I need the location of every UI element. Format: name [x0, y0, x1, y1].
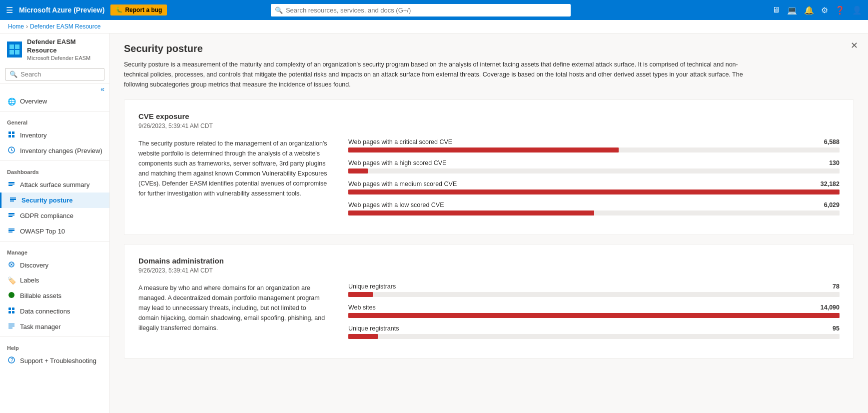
- metric-label: Web pages with a critical scored CVE: [348, 138, 452, 146]
- svg-rect-18: [8, 228, 14, 230]
- svg-rect-7: [12, 135, 14, 138]
- sidebar-item-task-manager[interactable]: Task manager: [0, 319, 109, 334]
- sidebar-item-inventory-changes[interactable]: Inventory changes (Preview): [0, 143, 109, 158]
- svg-rect-15: [8, 213, 14, 214]
- help-icon[interactable]: ❓: [835, 6, 845, 15]
- sidebar-item-discovery[interactable]: Discovery: [0, 258, 109, 273]
- report-bug-button[interactable]: 🐛 Report a bug: [110, 4, 167, 16]
- metric-bar-bg: [348, 313, 840, 318]
- metric-bar-fill: [348, 190, 840, 194]
- main-content: ✕ Security posture Security posture is a…: [110, 31, 868, 413]
- metric-value: 6,029: [824, 202, 840, 208]
- metric-row-1[interactable]: Web pages with a high scored CVE 130: [348, 160, 840, 174]
- cve-exposure-metrics: Web pages with a critical scored CVE 6,5…: [348, 138, 840, 222]
- metric-row-1[interactable]: Web sites 14,090: [348, 304, 840, 318]
- svg-rect-19: [8, 230, 14, 231]
- sidebar-search-icon: 🔍: [9, 70, 17, 78]
- page-description: Security posture is a measurement of the…: [124, 60, 749, 90]
- support-icon: ?: [7, 356, 16, 365]
- metric-value: 95: [833, 325, 840, 332]
- sidebar-section-manage: Manage: [0, 244, 109, 258]
- sidebar-item-inventory[interactable]: Inventory: [0, 128, 109, 143]
- metric-bar-bg: [348, 190, 840, 194]
- metric-bar-bg: [348, 148, 840, 152]
- svg-rect-9: [8, 182, 14, 183]
- sidebar-item-security-posture[interactable]: Security posture: [0, 192, 109, 208]
- metric-row-3[interactable]: Web pages with a low scored CVE 6,029: [348, 202, 840, 216]
- topbar-brand: Microsoft Azure (Preview): [19, 6, 104, 14]
- domains-admin-body: A measure by who and where domains for a…: [138, 283, 840, 346]
- close-button[interactable]: ✕: [851, 40, 858, 51]
- sidebar-item-owasp[interactable]: OWASP Top 10: [0, 224, 109, 239]
- page-title: Security posture: [124, 43, 854, 54]
- svg-rect-1: [15, 44, 19, 49]
- task-manager-icon: [7, 322, 16, 331]
- breadcrumb-resource[interactable]: Defender EASM Resource: [30, 23, 100, 30]
- sidebar-collapse-icon[interactable]: «: [100, 85, 104, 93]
- svg-rect-11: [8, 185, 12, 186]
- discovery-icon: [7, 261, 16, 270]
- domains-admin-title: Domains administration: [138, 256, 840, 265]
- svg-rect-12: [10, 198, 16, 198]
- metric-label: Web pages with a low scored CVE: [348, 202, 444, 208]
- svg-rect-10: [8, 184, 14, 184]
- topbar-search-input[interactable]: [271, 4, 571, 16]
- cve-exposure-body: The security posture related to the mana…: [138, 138, 840, 222]
- metric-bar-fill: [348, 313, 840, 318]
- domains-admin-card: Domains administration 9/26/2023, 5:39:4…: [124, 244, 854, 358]
- metric-bar-fill: [348, 334, 378, 339]
- metric-bar-fill: [348, 292, 373, 297]
- svg-rect-13: [10, 199, 16, 200]
- notification-icon[interactable]: 🔔: [804, 6, 814, 15]
- metric-label: Web pages with a high scored CVE: [348, 160, 446, 166]
- breadcrumb-home[interactable]: Home: [8, 23, 24, 30]
- sidebar-search-box: 🔍: [5, 68, 104, 80]
- search-icon: 🔍: [275, 6, 283, 14]
- hamburger-icon[interactable]: ☰: [6, 6, 13, 15]
- sidebar-section-dashboards: Dashboards: [0, 163, 109, 177]
- main-layout: Defender EASM Resource Microsoft Defende…: [0, 31, 868, 413]
- metric-value: 130: [829, 160, 840, 166]
- cloud-shell-icon[interactable]: 💻: [787, 6, 797, 15]
- sidebar-header: Defender EASM Resource Microsoft Defende…: [0, 31, 109, 65]
- cve-exposure-description: The security posture related to the mana…: [138, 138, 328, 222]
- svg-rect-25: [8, 311, 11, 314]
- svg-rect-3: [15, 50, 19, 54]
- cve-exposure-date: 9/26/2023, 5:39:41 AM CDT: [138, 122, 840, 130]
- monitor-icon[interactable]: 🖥: [772, 6, 780, 14]
- metric-row-2[interactable]: Unique registrants 95: [348, 325, 840, 339]
- metric-value: 32,182: [821, 180, 840, 188]
- settings-icon[interactable]: ⚙: [821, 6, 828, 15]
- sidebar-item-labels[interactable]: 🏷️ Labels: [0, 273, 109, 288]
- svg-rect-26: [12, 311, 14, 314]
- svg-rect-20: [8, 232, 12, 232]
- topbar-search-container: 🔍: [271, 4, 571, 16]
- sidebar-item-billable-assets[interactable]: Billable assets: [0, 288, 109, 304]
- sidebar-item-overview[interactable]: 🌐 Overview: [0, 94, 109, 109]
- svg-rect-6: [8, 135, 11, 138]
- svg-point-22: [8, 292, 14, 298]
- sidebar-item-support[interactable]: ? Support + Troubleshooting: [0, 353, 109, 368]
- svg-rect-16: [8, 214, 14, 216]
- metric-label: Web sites: [348, 304, 376, 311]
- sidebar-logo: [7, 42, 22, 58]
- metric-row-0[interactable]: Web pages with a critical scored CVE 6,5…: [348, 138, 840, 152]
- metric-value: 78: [833, 283, 840, 290]
- sidebar-search-input[interactable]: [20, 70, 100, 78]
- sidebar-item-attack-surface[interactable]: Attack surface summary: [0, 177, 109, 192]
- metric-row-2[interactable]: Web pages with a medium scored CVE 32,18…: [348, 180, 840, 194]
- metric-row-0[interactable]: Unique registrars 78: [348, 283, 840, 297]
- sidebar-item-data-connections[interactable]: Data connections: [0, 304, 109, 319]
- metric-bar-fill: [348, 210, 594, 216]
- svg-rect-14: [10, 200, 14, 202]
- attack-surface-icon: [7, 180, 16, 189]
- sidebar-item-gdpr[interactable]: GDPR compliance: [0, 208, 109, 224]
- account-icon[interactable]: 👤: [852, 6, 862, 15]
- svg-rect-2: [9, 50, 14, 54]
- bug-icon: 🐛: [115, 6, 123, 14]
- breadcrumb-separator: ›: [26, 23, 28, 30]
- labels-icon: 🏷️: [7, 276, 16, 284]
- metric-label: Unique registrants: [348, 325, 399, 332]
- inventory-icon: [7, 131, 16, 140]
- sidebar-resource-subtitle: Microsoft Defender EASM: [27, 55, 102, 61]
